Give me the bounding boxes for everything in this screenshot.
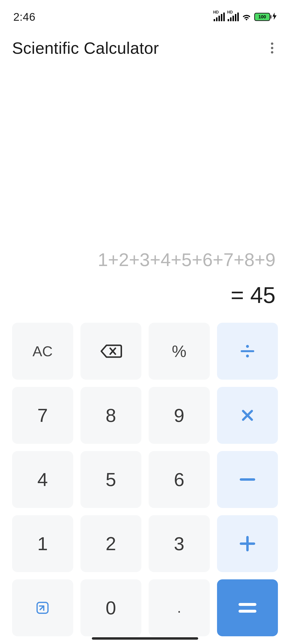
subtract-button[interactable]: [217, 451, 278, 508]
kebab-dot-icon: [271, 51, 273, 54]
digit-5-button[interactable]: 5: [80, 451, 141, 508]
digit-label: 8: [106, 404, 116, 426]
decimal-label: .: [177, 605, 181, 611]
multiply-button[interactable]: [217, 387, 278, 444]
minus-icon: [240, 478, 255, 481]
percent-label: %: [172, 342, 186, 360]
digit-2-button[interactable]: 2: [80, 515, 141, 572]
home-indicator[interactable]: [92, 637, 198, 640]
digit-7-button[interactable]: 7: [12, 387, 73, 444]
digit-label: 6: [174, 469, 184, 490]
expand-scientific-button[interactable]: [12, 579, 73, 636]
status-right: HD HD 100: [214, 12, 277, 22]
keypad: AC % 7 8 9 4 5 6 1 2 3: [0, 308, 290, 644]
digit-label: 3: [174, 533, 184, 555]
charging-icon: [272, 12, 277, 22]
divide-button[interactable]: [217, 323, 278, 380]
digit-8-button[interactable]: 8: [80, 387, 141, 444]
digit-label: 0: [106, 597, 116, 619]
more-options-button[interactable]: [266, 42, 278, 54]
clear-button[interactable]: AC: [12, 323, 73, 380]
kebab-dot-icon: [271, 42, 273, 45]
digit-3-button[interactable]: 3: [149, 515, 210, 572]
equals-button[interactable]: [217, 579, 278, 636]
app-header: Scientific Calculator: [0, 24, 290, 58]
plus-icon: [240, 536, 255, 552]
wifi-icon: [242, 13, 251, 21]
digit-0-button[interactable]: 0: [80, 579, 141, 636]
digit-label: 9: [174, 404, 184, 426]
divide-icon: [241, 345, 254, 358]
digit-6-button[interactable]: 6: [149, 451, 210, 508]
digit-label: 5: [106, 469, 116, 490]
backspace-icon: [100, 344, 122, 359]
signal-1-hd-label: HD: [213, 10, 219, 14]
signal-2-icon: HD: [228, 12, 239, 21]
status-time: 2:46: [13, 10, 36, 24]
page-title: Scientific Calculator: [12, 38, 159, 58]
battery-percent: 100: [258, 14, 266, 20]
add-button[interactable]: [217, 515, 278, 572]
digit-label: 7: [38, 404, 48, 426]
expand-icon: [35, 600, 50, 615]
equals-icon: [238, 603, 256, 613]
decimal-button[interactable]: .: [149, 579, 210, 636]
digit-1-button[interactable]: 1: [12, 515, 73, 572]
digit-label: 1: [38, 533, 48, 555]
digit-label: 2: [106, 533, 116, 555]
calculator-display: 1+2+3+4+5+6+7+8+9 = 45: [0, 58, 290, 308]
kebab-dot-icon: [271, 47, 273, 49]
digit-9-button[interactable]: 9: [149, 387, 210, 444]
percent-button[interactable]: %: [149, 323, 210, 380]
status-bar: 2:46 HD HD 100: [0, 0, 290, 24]
multiply-icon: [241, 409, 254, 422]
result-text: = 45: [231, 282, 275, 308]
backspace-button[interactable]: [80, 323, 141, 380]
signal-1-icon: HD: [214, 12, 225, 21]
digit-label: 4: [38, 469, 48, 490]
clear-label: AC: [33, 343, 53, 360]
battery-icon: 100: [254, 12, 277, 22]
expression-text[interactable]: 1+2+3+4+5+6+7+8+9: [98, 249, 275, 270]
signal-2-hd-label: HD: [227, 10, 233, 14]
digit-4-button[interactable]: 4: [12, 451, 73, 508]
